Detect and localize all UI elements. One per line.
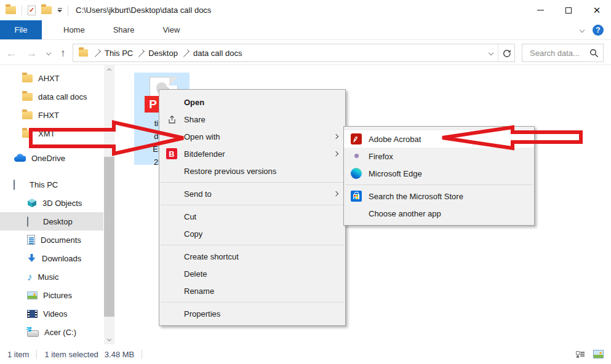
picture-icon — [27, 291, 38, 299]
breadcrumb-desktop[interactable]: Desktop — [145, 49, 182, 58]
quick-access-toolbar: ✓ — [0, 6, 68, 15]
minimize-button[interactable] — [526, 0, 554, 20]
qat-customize-icon[interactable] — [57, 8, 62, 13]
share-icon — [166, 113, 178, 125]
open-with-submenu: Adobe Acrobat Firefox Microsoft Edge Sea… — [343, 126, 535, 226]
details-view-button[interactable] — [576, 350, 585, 358]
titlebar: ✓ C:\Users\jkburt\Desktop\data call docs… — [0, 0, 611, 20]
breadcrumb-current-folder[interactable]: data call docs — [190, 49, 246, 58]
folder-icon — [22, 74, 33, 82]
sidebar-item-acer-c[interactable]: Acer (C:) — [0, 323, 103, 341]
status-selected-count: 1 item selected — [44, 350, 98, 359]
submenu-item-microsoft-edge[interactable]: Microsoft Edge — [344, 165, 534, 182]
sidebar-item-3d-objects[interactable]: 3D Objects — [0, 194, 103, 212]
submenu-arrow-icon — [333, 151, 338, 156]
search-box[interactable] — [522, 44, 604, 62]
computer-icon — [14, 180, 24, 189]
menu-item-create-shortcut[interactable]: Create shortcut — [159, 248, 345, 265]
menu-item-cut[interactable]: Cut — [159, 208, 345, 225]
sidebar-item-music[interactable]: ♪ Music — [0, 267, 103, 286]
refresh-icon — [502, 49, 511, 58]
breadcrumb-chevron-icon — [182, 49, 190, 57]
recent-locations-icon[interactable] — [46, 50, 51, 55]
tab-view[interactable]: View — [148, 20, 194, 39]
divider — [22, 6, 22, 15]
sidebar-item-onedrive[interactable]: OneDrive — [0, 149, 103, 167]
submenu-arrow-icon — [333, 191, 338, 196]
sidebar-item-pictures[interactable]: Pictures — [0, 286, 103, 304]
submenu-item-choose-another-app[interactable]: Choose another app — [344, 205, 534, 222]
adobe-acrobat-icon — [351, 133, 362, 144]
menu-item-restore-previous-versions[interactable]: Restore previous versions — [159, 162, 345, 180]
back-button[interactable]: ← — [6, 48, 17, 58]
scroll-down-button[interactable] — [104, 334, 114, 344]
tab-share[interactable]: Share — [99, 20, 149, 39]
breadcrumb-this-pc[interactable]: This PC — [101, 49, 137, 58]
sidebar-item-xmt[interactable]: XMT — [0, 124, 103, 143]
music-note-icon: ♪ — [27, 272, 33, 282]
maximize-button[interactable] — [554, 0, 583, 20]
help-button[interactable]: ? — [593, 25, 604, 36]
context-menu: Open Share Open with B Bitdefender Resto… — [159, 89, 346, 326]
close-button[interactable]: ✕ — [583, 0, 611, 20]
forward-button[interactable]: → — [26, 48, 37, 58]
sidebar-item-documents[interactable]: Documents — [0, 231, 103, 249]
submenu-item-firefox[interactable]: Firefox — [344, 148, 534, 165]
breadcrumb-chevron-icon — [137, 49, 145, 57]
firefox-icon — [351, 151, 362, 162]
breadcrumb-chevron-icon — [93, 49, 101, 57]
sidebar-item-fhxt[interactable]: FHXT — [0, 106, 103, 124]
scrollbar-thumb[interactable] — [104, 157, 114, 317]
sidebar-item-videos[interactable]: Videos — [0, 304, 103, 323]
microsoft-edge-icon — [351, 168, 362, 179]
search-icon — [589, 49, 599, 58]
menu-separator — [161, 205, 344, 205]
menu-item-send-to[interactable]: Send to — [159, 185, 345, 202]
menu-separator — [161, 182, 344, 183]
close-icon: ✕ — [593, 6, 601, 15]
address-bar[interactable]: This PC Desktop data call docs — [73, 44, 515, 62]
sidebar-item-downloads[interactable]: Downloads — [0, 249, 103, 267]
sidebar-item-data-call-docs[interactable]: data call docs — [0, 87, 103, 106]
menu-item-share[interactable]: Share — [159, 111, 345, 128]
menu-separator — [345, 184, 533, 185]
hard-drive-icon — [27, 330, 39, 337]
up-button[interactable]: ↑ — [60, 48, 66, 58]
menu-item-open[interactable]: Open — [159, 93, 345, 111]
status-selected-size: 3.48 MB — [105, 350, 134, 359]
menu-item-copy[interactable]: Copy — [159, 225, 345, 242]
menu-item-open-with[interactable]: Open with — [159, 128, 345, 145]
onedrive-cloud-icon — [14, 154, 26, 162]
new-folder-icon[interactable] — [41, 6, 52, 14]
tab-file[interactable]: File — [0, 20, 42, 39]
bitdefender-icon: B — [166, 148, 177, 159]
menu-item-bitdefender[interactable]: B Bitdefender — [159, 145, 345, 162]
file-explorer-window: ✓ C:\Users\jkburt\Desktop\data call docs… — [0, 0, 611, 364]
navigation-bar: ← → ↑ This PC Desktop data call docs — [0, 41, 611, 65]
ribbon-collapse-icon[interactable] — [580, 27, 585, 32]
scroll-up-button[interactable] — [104, 65, 114, 76]
sidebar-item-desktop[interactable]: Desktop — [0, 212, 103, 231]
large-icons-view-button[interactable] — [593, 350, 604, 358]
properties-check-icon[interactable]: ✓ — [28, 6, 36, 15]
sidebar-item-this-pc[interactable]: This PC — [0, 175, 103, 194]
refresh-button[interactable] — [498, 44, 514, 61]
menu-item-delete[interactable]: Delete — [159, 265, 345, 282]
folder-icon — [6, 6, 16, 14]
search-input[interactable] — [529, 48, 587, 58]
sidebar-scrollbar[interactable] — [104, 65, 114, 344]
submenu-item-adobe-acrobat[interactable]: Adobe Acrobat — [344, 130, 534, 148]
submenu-item-search-microsoft-store[interactable]: Search the Microsoft Store — [344, 188, 534, 205]
tab-home[interactable]: Home — [49, 20, 99, 39]
sidebar-item-ahxt[interactable]: AHXT — [0, 69, 103, 87]
menu-item-rename[interactable]: Rename — [159, 282, 345, 299]
menu-item-properties[interactable]: Properties — [159, 305, 345, 322]
menu-separator — [161, 245, 344, 245]
minimize-icon — [537, 10, 544, 10]
submenu-arrow-icon — [333, 134, 338, 139]
address-dropdown-icon[interactable] — [489, 50, 493, 55]
navigation-pane: AHXT data call docs FHXT XMT OneDrive Th… — [0, 65, 103, 344]
status-bar: 1 item 1 item selected 3.48 MB — [0, 344, 611, 364]
menu-separator — [161, 302, 344, 303]
download-arrow-icon — [27, 253, 36, 263]
